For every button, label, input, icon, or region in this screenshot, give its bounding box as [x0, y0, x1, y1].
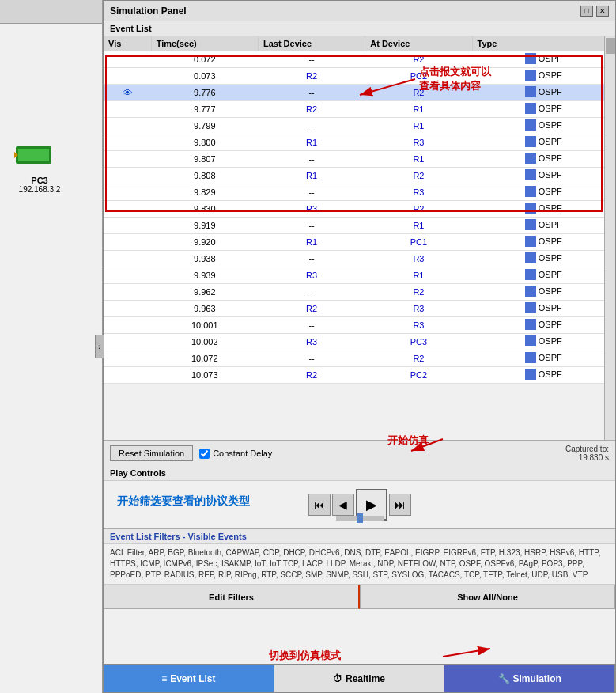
- title-buttons: □ ✕: [580, 6, 609, 17]
- at-device-cell: PC2: [365, 68, 472, 85]
- vis-cell: [104, 51, 151, 68]
- simulation-panel: Simulation Panel □ ✕ Event List Vis Time…: [103, 0, 616, 693]
- time-cell: 0.072: [151, 51, 258, 68]
- vis-cell: [104, 234, 151, 251]
- type-cell: OSPF: [472, 101, 614, 118]
- type-cell: OSPF: [472, 317, 614, 334]
- last-device-cell: --: [258, 317, 365, 334]
- table-row[interactable]: 9.963R2R3OSPF: [104, 301, 615, 317]
- last-device-cell: R3: [258, 201, 365, 218]
- type-cell: OSPF: [472, 184, 614, 201]
- filters-text: ACL Filter, ARP, BGP, Bluetooth, CAPWAP,…: [110, 548, 600, 579]
- table-row[interactable]: 10.073R2PC2OSPF: [104, 367, 615, 384]
- simulation-tab-label: Simulation: [513, 673, 561, 684]
- left-panel: PC3 192.168.3.2: [0, 0, 103, 693]
- last-device-cell: --: [258, 118, 365, 134]
- type-cell: OSPF: [472, 234, 614, 251]
- table-row[interactable]: 9.777R2R1OSPF: [104, 101, 615, 118]
- time-cell: 9.830: [151, 201, 258, 218]
- table-row[interactable]: 9.807--R1OSPF: [104, 151, 615, 168]
- time-cell: 9.963: [151, 301, 258, 317]
- last-device-cell: --: [258, 251, 365, 267]
- table-header-row: Vis Time(sec) Last Device At Device Type: [104, 36, 615, 51]
- at-device-cell: PC3: [365, 334, 472, 350]
- last-device-cell: --: [258, 350, 365, 367]
- at-device-cell: R3: [365, 134, 472, 151]
- vis-cell: [104, 301, 151, 317]
- table-row[interactable]: 9.919--R1OSPF: [104, 218, 615, 234]
- table-row[interactable]: 0.073R2PC2OSPF: [104, 68, 615, 85]
- at-device-cell: PC1: [365, 234, 472, 251]
- table-row[interactable]: 9.962--R2OSPF: [104, 284, 615, 301]
- time-cell: 9.939: [151, 267, 258, 284]
- svg-rect-1: [18, 149, 49, 161]
- at-device-cell: PC2: [365, 367, 472, 384]
- collapse-arrow[interactable]: ›: [95, 335, 104, 358]
- table-row[interactable]: 9.830R3R2OSPF: [104, 201, 615, 218]
- vis-cell: [104, 350, 151, 367]
- last-device-cell: --: [258, 51, 365, 68]
- tab-event-list[interactable]: ≡ Event List: [104, 665, 274, 692]
- vis-cell: [104, 334, 151, 350]
- event-table-container[interactable]: Vis Time(sec) Last Device At Device Type…: [104, 36, 615, 440]
- type-cell: OSPF: [472, 350, 614, 367]
- tab-bar: ≡ Event List ⏱ Realtime 🔧 Simulation: [104, 664, 615, 692]
- last-device-cell: R3: [258, 267, 365, 284]
- time-cell: 10.073: [151, 367, 258, 384]
- at-device-cell: R1: [365, 151, 472, 168]
- panel-titlebar: Simulation Panel □ ✕: [104, 1, 615, 21]
- filters-body: ACL Filter, ARP, BGP, Bluetooth, CAPWAP,…: [104, 544, 615, 584]
- table-row[interactable]: 9.920R1PC1OSPF: [104, 234, 615, 251]
- last-device-cell: --: [258, 151, 365, 168]
- edit-filters-button[interactable]: Edit Filters: [104, 585, 360, 609]
- time-cell: 9.919: [151, 218, 258, 234]
- scrollbar[interactable]: [604, 36, 615, 440]
- table-row[interactable]: 9.829--R3OSPF: [104, 184, 615, 201]
- tab-simulation[interactable]: 🔧 Simulation: [444, 665, 615, 692]
- reset-simulation-button[interactable]: Reset Simulation: [110, 445, 193, 461]
- event-table: Vis Time(sec) Last Device At Device Type…: [104, 36, 615, 384]
- col-last-device: Last Device: [258, 36, 365, 51]
- play-controls-body: ⏮ ◀ ▶ ⏭: [104, 481, 615, 528]
- next-button[interactable]: ⏭: [389, 494, 411, 516]
- play-slider-track[interactable]: [336, 516, 384, 521]
- time-cell: 9.807: [151, 151, 258, 168]
- col-time: Time(sec): [151, 36, 258, 51]
- table-row[interactable]: 9.939R3R1OSPF: [104, 267, 615, 284]
- restore-button[interactable]: □: [580, 6, 593, 17]
- vis-cell: [104, 134, 151, 151]
- last-device-cell: R1: [258, 134, 365, 151]
- scrollbar-thumb[interactable]: [606, 38, 615, 54]
- back-button[interactable]: ◀: [332, 494, 354, 516]
- time-cell: 10.001: [151, 317, 258, 334]
- filters-header-label: Event List Filters - Visible Events: [110, 532, 247, 541]
- table-row[interactable]: 0.072--R2OSPF: [104, 51, 615, 68]
- at-device-cell: R3: [365, 184, 472, 201]
- table-row[interactable]: 👁9.776--R2OSPF: [104, 85, 615, 101]
- last-device-cell: --: [258, 85, 365, 101]
- type-cell: OSPF: [472, 85, 614, 101]
- table-row[interactable]: 10.001--R3OSPF: [104, 317, 615, 334]
- table-row[interactable]: 9.800R1R3OSPF: [104, 134, 615, 151]
- constant-delay-checkbox[interactable]: [199, 449, 210, 459]
- vis-cell: [104, 267, 151, 284]
- close-button[interactable]: ✕: [596, 6, 609, 17]
- left-panel-top: [0, 0, 102, 24]
- constant-delay-label[interactable]: Constant Delay: [199, 449, 272, 459]
- table-row[interactable]: 9.938--R3OSPF: [104, 251, 615, 267]
- at-device-cell: R2: [365, 168, 472, 184]
- at-device-cell: R1: [365, 267, 472, 284]
- prev-button[interactable]: ⏮: [308, 494, 331, 516]
- table-row[interactable]: 10.072--R2OSPF: [104, 350, 615, 367]
- filters-header: Event List Filters - Visible Events: [104, 529, 615, 544]
- table-row[interactable]: 9.808R1R2OSPF: [104, 168, 615, 184]
- play-slider-thumb[interactable]: [357, 513, 363, 523]
- table-row[interactable]: 9.799--R1OSPF: [104, 118, 615, 134]
- vis-cell: [104, 284, 151, 301]
- tab-realtime[interactable]: ⏱ Realtime: [274, 665, 445, 692]
- table-row[interactable]: 10.002R3PC3OSPF: [104, 334, 615, 350]
- play-controls-header: Play Controls: [104, 466, 615, 481]
- show-all-button[interactable]: Show All/None: [360, 585, 615, 609]
- vis-cell: [104, 68, 151, 85]
- at-device-cell: R2: [365, 85, 472, 101]
